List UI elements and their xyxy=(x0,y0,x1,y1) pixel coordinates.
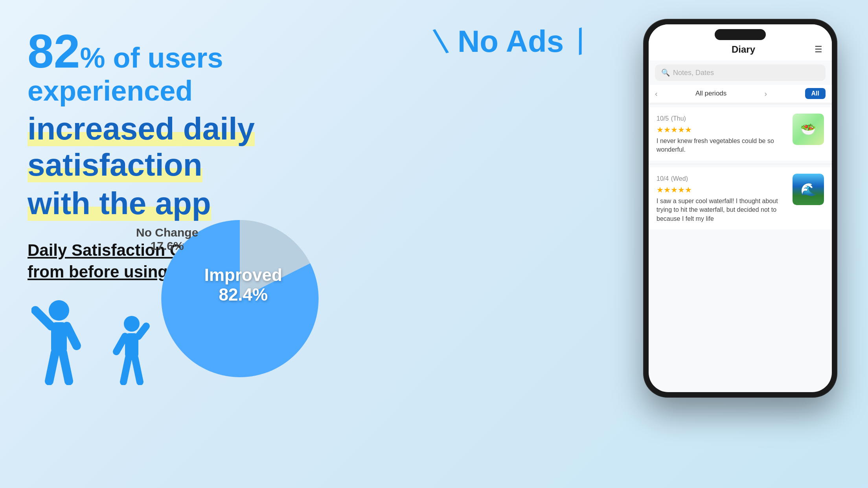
entry-2-date: 10/4 (Wed) xyxy=(657,174,787,183)
diary-entry-2: 10/4 (Wed) ★★★★★ I saw a super cool wate… xyxy=(649,167,832,229)
pie-chart: Improved 82.4% No Change 17.6% xyxy=(153,212,326,385)
period-label: All periods xyxy=(695,90,726,97)
svg-line-2 xyxy=(35,310,51,326)
svg-line-3 xyxy=(67,326,77,346)
no-change-pct: 17.6% xyxy=(136,239,198,253)
phone-notch xyxy=(715,29,766,40)
divider-2 xyxy=(649,164,832,164)
diary-entries: 10/5 (Thu) ★★★★★ I never knew fresh vege… xyxy=(649,107,832,229)
all-period-btn[interactable]: All xyxy=(805,88,826,99)
entry-2-image: 🌊 xyxy=(793,174,824,205)
svg-point-0 xyxy=(49,300,69,321)
period-nav: ‹ All periods › All xyxy=(649,85,832,102)
no-ads-section: \ No Ads / xyxy=(385,24,636,59)
app-title: Diary xyxy=(672,44,815,55)
headline-main: 82% of users experienced xyxy=(28,28,370,107)
no-change-label: No Change xyxy=(136,226,198,239)
entry-1-image: 🥗 xyxy=(793,114,824,145)
person-1-icon xyxy=(31,299,86,385)
svg-line-8 xyxy=(138,326,146,336)
no-change-label-container: No Change 17.6% xyxy=(136,226,198,253)
figure-2 xyxy=(110,314,153,385)
entry-1-stars: ★★★★★ xyxy=(657,125,787,134)
waterfall-icon: 🌊 xyxy=(793,174,824,205)
next-period-btn[interactable]: › xyxy=(765,89,767,98)
headline-section: 82% of users experienced increased daily… xyxy=(28,24,370,222)
entry-1-date: 10/5 (Thu) xyxy=(657,114,787,123)
svg-line-11 xyxy=(135,358,140,382)
diary-entry-1: 10/5 (Thu) ★★★★★ I never knew fresh vege… xyxy=(649,107,832,161)
headline-line2: increased daily satisfaction xyxy=(28,111,255,182)
entry-1-content: 10/5 (Thu) ★★★★★ I never knew fresh vege… xyxy=(657,114,787,154)
search-placeholder-text: Notes, Dates xyxy=(673,69,714,77)
slash-right-icon: / xyxy=(571,23,590,60)
phone-outer: Diary ☰ 🔍 Notes, Dates ‹ All periods › A… xyxy=(644,20,837,397)
pie-chart-area: Improved 82.4% No Change 17.6% xyxy=(153,212,373,416)
phone-mockup: Diary ☰ 🔍 Notes, Dates ‹ All periods › A… xyxy=(644,20,837,413)
search-icon: 🔍 xyxy=(661,68,670,77)
person-2-icon xyxy=(110,314,153,385)
prev-period-btn[interactable]: ‹ xyxy=(655,89,658,98)
phone-screen: Diary ☰ 🔍 Notes, Dates ‹ All periods › A… xyxy=(649,24,832,392)
entry-1-text: I never knew fresh vegetables could be s… xyxy=(657,137,787,154)
svg-line-10 xyxy=(123,358,129,382)
improved-pct: 82.4% xyxy=(204,285,282,305)
no-ads-label: No Ads xyxy=(458,24,564,59)
divider-1 xyxy=(649,104,832,104)
svg-line-9 xyxy=(116,336,125,352)
figure-1 xyxy=(31,299,86,385)
slash-left-icon: \ xyxy=(432,23,450,60)
headline-number: 82 xyxy=(28,25,80,77)
svg-point-6 xyxy=(124,316,140,332)
entry-2-content: 10/4 (Wed) ★★★★★ I saw a super cool wate… xyxy=(657,174,787,223)
improved-label: Improved xyxy=(204,265,282,285)
menu-icon[interactable]: ☰ xyxy=(815,44,822,55)
entry-2-stars: ★★★★★ xyxy=(657,185,787,194)
improved-label-container: Improved 82.4% xyxy=(204,265,282,305)
figures-area xyxy=(31,299,153,385)
svg-line-4 xyxy=(49,353,55,381)
entry-2-text: I saw a super cool waterfall! I thought … xyxy=(657,197,787,223)
food-icon: 🥗 xyxy=(793,114,824,145)
svg-line-5 xyxy=(63,353,69,381)
search-bar[interactable]: 🔍 Notes, Dates xyxy=(655,64,826,81)
